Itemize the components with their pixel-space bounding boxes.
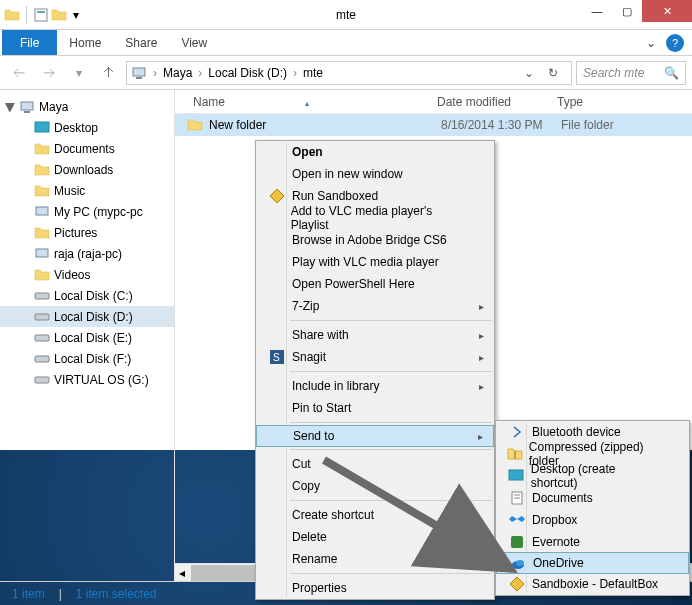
context-menu-item[interactable]: Play with VLC media player — [256, 251, 494, 273]
search-icon[interactable]: 🔍 — [664, 66, 679, 80]
breadcrumb-mte[interactable]: mte — [299, 66, 327, 80]
sendto-menu-item[interactable]: Dropbox — [496, 509, 689, 531]
sidebar-item-disk-d[interactable]: Local Disk (D:) — [0, 306, 174, 327]
file-date: 8/16/2014 1:30 PM — [441, 118, 561, 132]
svg-rect-3 — [136, 77, 142, 79]
context-menu-item[interactable]: Open in new window — [256, 163, 494, 185]
svg-rect-18 — [509, 470, 523, 480]
breadcrumb[interactable]: › Maya › Local Disk (D:) › mte ⌄ ↻ — [126, 61, 572, 85]
forward-button[interactable]: 🡢 — [36, 60, 62, 86]
context-menu-item[interactable]: Properties — [256, 577, 494, 599]
sendto-menu-item[interactable]: Documents — [496, 487, 689, 509]
recent-dropdown[interactable]: ▾ — [66, 60, 92, 86]
context-menu-item[interactable]: SSnagit▸ — [256, 346, 494, 368]
column-name[interactable]: Name▴ — [187, 95, 431, 109]
context-menu-item[interactable]: 7-Zip▸ — [256, 295, 494, 317]
disk-icon — [34, 351, 50, 367]
svg-rect-10 — [35, 314, 49, 320]
help-icon[interactable]: ? — [666, 34, 684, 52]
ribbon-expand-icon[interactable]: ⌄ — [642, 34, 660, 52]
table-row[interactable]: New folder 8/16/2014 1:30 PM File folder — [175, 114, 692, 136]
context-menu-item[interactable]: Share with▸ — [256, 324, 494, 346]
sidebar-item-videos[interactable]: Videos — [0, 264, 174, 285]
file-tab[interactable]: File — [2, 30, 57, 55]
context-menu-label: Add to VLC media player's Playlist — [289, 204, 464, 232]
breadcrumb-maya[interactable]: Maya — [159, 66, 196, 80]
sendto-menu-label: Dropbox — [530, 513, 577, 527]
context-menu-item[interactable]: Browse in Adobe Bridge CS6 — [256, 229, 494, 251]
address-dropdown-icon[interactable]: ⌄ — [519, 63, 539, 83]
context-menu-item[interactable]: Open PowerShell Here — [256, 273, 494, 295]
sendto-menu-label: Desktop (create shortcut) — [529, 462, 659, 490]
close-button[interactable]: ✕ — [642, 0, 692, 22]
context-menu-label: Run Sandboxed — [290, 189, 378, 203]
context-menu-item[interactable]: Send to▸ — [256, 425, 494, 447]
context-menu-label: Properties — [290, 581, 347, 595]
context-menu-label: Delete — [290, 530, 327, 544]
context-menu-item[interactable]: Include in library▸ — [256, 375, 494, 397]
svg-rect-7 — [36, 207, 48, 215]
sidebar-item-documents[interactable]: Documents — [0, 138, 174, 159]
breadcrumb-disk[interactable]: Local Disk (D:) — [204, 66, 291, 80]
sort-indicator-icon: ▴ — [305, 99, 309, 108]
sidebar-item-disk-c[interactable]: Local Disk (C:) — [0, 285, 174, 306]
documents-icon — [504, 490, 530, 506]
sidebar-item-music[interactable]: Music — [0, 180, 174, 201]
search-input[interactable]: Search mte 🔍 — [576, 61, 686, 85]
computer-icon — [131, 65, 147, 81]
sidebar-item-downloads[interactable]: Downloads — [0, 159, 174, 180]
sendto-menu-item[interactable]: Evernote — [496, 531, 689, 553]
properties-icon[interactable] — [33, 7, 49, 23]
documents-icon — [34, 141, 50, 157]
bluetooth-icon — [504, 424, 530, 440]
videos-icon — [34, 267, 50, 283]
context-menu-item[interactable]: Open — [256, 141, 494, 163]
sidebar-item-disk-g[interactable]: VIRTUAL OS (G:) — [0, 369, 174, 390]
sandboxie-icon — [504, 576, 530, 592]
svg-rect-1 — [37, 11, 45, 13]
tree-root-maya[interactable]: ⯆ Maya — [0, 96, 174, 117]
new-folder-icon[interactable] — [51, 7, 67, 23]
sendto-menu-item[interactable]: OneDrive — [496, 552, 689, 574]
sidebar-item-raja[interactable]: raja (raja-pc) — [0, 243, 174, 264]
dropbox-icon — [504, 512, 530, 528]
tab-home[interactable]: Home — [57, 30, 113, 55]
maximize-button[interactable]: ▢ — [612, 0, 642, 22]
sidebar-item-pictures[interactable]: Pictures — [0, 222, 174, 243]
sidebar-item-mypc[interactable]: My PC (mypc-pc — [0, 201, 174, 222]
sendto-menu-label: Evernote — [530, 535, 580, 549]
submenu-arrow-icon: ▸ — [478, 431, 483, 442]
context-menu-label: 7-Zip — [290, 299, 319, 313]
navigation-pane: ⯆ Maya Desktop Documents Downloads Music… — [0, 90, 175, 581]
context-menu-item[interactable]: Delete — [256, 526, 494, 548]
tab-share[interactable]: Share — [113, 30, 169, 55]
back-button[interactable]: 🡠 — [6, 60, 32, 86]
sidebar-item-desktop[interactable]: Desktop — [0, 117, 174, 138]
tab-view[interactable]: View — [169, 30, 219, 55]
context-menu-item[interactable]: Create shortcut — [256, 504, 494, 526]
context-menu-item[interactable]: Cut — [256, 453, 494, 475]
column-type[interactable]: Type — [551, 95, 692, 109]
context-menu-label: Copy — [290, 479, 320, 493]
snagit-icon: S — [264, 349, 290, 365]
sendto-menu-item[interactable]: Desktop (create shortcut) — [496, 465, 689, 487]
desktop-icon — [504, 468, 529, 484]
minimize-button[interactable]: — — [582, 0, 612, 22]
context-menu-label: Open PowerShell Here — [290, 277, 415, 291]
disk-icon — [34, 309, 50, 325]
computer-icon — [19, 99, 35, 115]
context-menu-label: Open — [290, 145, 323, 159]
up-button[interactable]: 🡡 — [96, 60, 122, 86]
sidebar-item-disk-e[interactable]: Local Disk (E:) — [0, 327, 174, 348]
refresh-icon[interactable]: ↻ — [543, 63, 563, 83]
context-menu-item[interactable]: Add to VLC media player's Playlist — [256, 207, 494, 229]
context-menu-item[interactable]: Copy — [256, 475, 494, 497]
qat-dropdown-icon[interactable]: ▾ — [69, 8, 83, 22]
sendto-menu-item[interactable]: Sandboxie - DefaultBox — [496, 573, 689, 595]
sidebar-item-disk-f[interactable]: Local Disk (F:) — [0, 348, 174, 369]
column-date[interactable]: Date modified — [431, 95, 551, 109]
context-menu-item[interactable]: Pin to Start — [256, 397, 494, 419]
context-menu-item[interactable]: Rename — [256, 548, 494, 570]
svg-marker-14 — [270, 189, 284, 203]
sendto-menu-label: OneDrive — [531, 556, 584, 570]
